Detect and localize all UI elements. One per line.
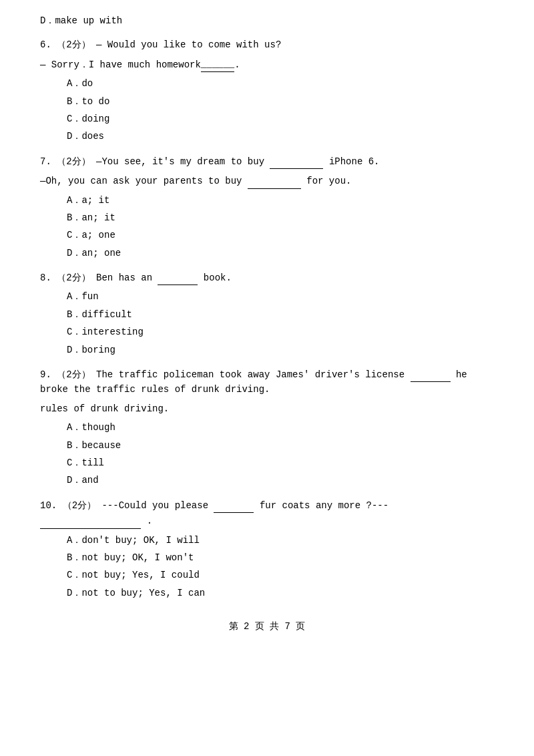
q7-option-c: C．a; one bbox=[67, 228, 494, 242]
q9-option-c: C．till bbox=[67, 455, 494, 470]
q10-option-c: C．not buy; Yes, I could bbox=[67, 568, 494, 582]
q8-option-d: D．boring bbox=[67, 343, 494, 357]
q8-option-b: B．difficult bbox=[67, 307, 494, 322]
q7-text1a: —You see, it's my dream to buy bbox=[96, 156, 264, 167]
q6-line2: — Sorry．I have much homework______. bbox=[40, 57, 494, 72]
q6-text1: — Would you like to come with us? bbox=[96, 39, 281, 50]
q8-option-c: C．interesting bbox=[67, 325, 494, 339]
q9-line2: rules of drunk driving. bbox=[40, 401, 494, 416]
q8-number: 8. bbox=[40, 272, 51, 283]
q8-text1b: book. bbox=[204, 272, 232, 283]
q6-blank: ______ bbox=[201, 57, 234, 72]
q10-option-d: D．not to buy; Yes, I can bbox=[67, 586, 494, 600]
q7-line2: —Oh, you can ask your parents to buy for… bbox=[40, 173, 494, 188]
q6-option-b: B．to do bbox=[67, 94, 494, 109]
q6-punct: . bbox=[234, 59, 240, 70]
q7-option-b: B．an; it bbox=[67, 210, 494, 225]
q7-text2b: for you. bbox=[306, 176, 351, 186]
q8-score: （2分） bbox=[57, 272, 90, 283]
q10-blank2 bbox=[40, 513, 141, 528]
question-8: 8. （2分） Ben has an book. bbox=[40, 270, 494, 285]
q7-option-a: A．a; it bbox=[67, 193, 494, 208]
page-footer: 第 2 页 共 7 页 bbox=[40, 620, 494, 632]
q10-option-b: B．not buy; OK, I won't bbox=[67, 550, 494, 565]
q10-blank1 bbox=[214, 498, 254, 513]
q8-blank1 bbox=[158, 270, 198, 285]
q10-punct: . bbox=[147, 516, 152, 526]
q7-number: 7. bbox=[40, 156, 51, 167]
q6-number: 6. bbox=[40, 39, 51, 50]
q7-blank2 bbox=[248, 173, 301, 188]
question-7: 7. （2分） —You see, it's my dream to buy i… bbox=[40, 154, 494, 169]
q10-option-a: A．don't buy; OK, I will bbox=[67, 533, 494, 548]
q9-option-a: A．though bbox=[67, 420, 494, 435]
q7-option-d: D．an; one bbox=[67, 246, 494, 260]
q10-number: 10. bbox=[40, 500, 57, 511]
question-10: 10. （2分） ---Could you please fur coats a… bbox=[40, 498, 494, 529]
q9-number: 9. bbox=[40, 369, 51, 380]
q10-score: （2分） bbox=[63, 500, 96, 511]
question-9: 9. （2分） The traffic policeman took away … bbox=[40, 367, 494, 397]
q6-option-a: A．do bbox=[67, 76, 494, 91]
q8-text1a: Ben has an bbox=[96, 272, 152, 283]
q6-option-d: D．does bbox=[67, 129, 494, 144]
q7-blank1 bbox=[270, 154, 323, 169]
q9-blank bbox=[411, 367, 451, 382]
q9-text1: The traffic policeman took away James' d… bbox=[96, 369, 405, 380]
q10-text1b: fur coats any more ?--- bbox=[260, 500, 388, 511]
q6-text2: — Sorry．I have much homework bbox=[40, 59, 201, 70]
q7-score: （2分） bbox=[57, 156, 90, 167]
q9-score: （2分） bbox=[57, 369, 90, 380]
q8-option-a: A．fun bbox=[67, 289, 494, 304]
q7-text2a: —Oh, you can ask your parents to buy bbox=[40, 176, 242, 186]
q6-score: （2分） bbox=[57, 39, 90, 50]
q10-text1a: ---Could you please bbox=[101, 500, 208, 511]
question-6: 6. （2分） — Would you like to come with us… bbox=[40, 37, 494, 52]
q9-option-d: D．and bbox=[67, 473, 494, 488]
option-d-prev: D．make up with bbox=[40, 13, 494, 28]
q9-option-b: B．because bbox=[67, 438, 494, 453]
q7-text1b: iPhone 6. bbox=[329, 156, 380, 167]
q6-option-c: C．doing bbox=[67, 112, 494, 126]
